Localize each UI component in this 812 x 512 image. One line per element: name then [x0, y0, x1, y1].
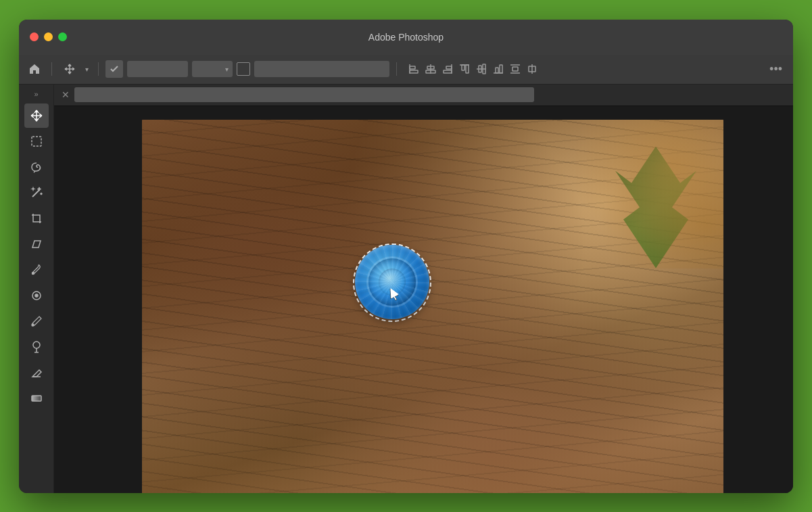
eyedropper-icon: [30, 263, 43, 277]
align-icons-group: [406, 62, 540, 76]
toolbar: ▾ ▾: [19, 55, 793, 85]
home-icon: [28, 63, 41, 75]
align-centers-vertical-button[interactable]: [423, 62, 438, 76]
marquee-tool[interactable]: [24, 129, 49, 154]
crop-tool[interactable]: [24, 206, 49, 231]
marquee-tool-icon: [30, 135, 43, 148]
separator-3: [396, 62, 397, 76]
move-tool-group: ▾: [59, 60, 91, 78]
dropdown-arrow-button[interactable]: ▾: [82, 60, 91, 78]
svg-rect-16: [496, 68, 498, 73]
svg-rect-17: [500, 65, 502, 73]
align-top-edges-icon: [458, 63, 471, 75]
align-bottom-edges-button[interactable]: [491, 62, 506, 76]
lasso-tool[interactable]: [24, 155, 49, 179]
photoshop-window: Adobe Photoshop ▾: [19, 20, 793, 493]
cap-outer: [355, 245, 429, 319]
svg-rect-23: [32, 137, 41, 146]
lasso-tool-icon: [30, 160, 43, 174]
clone-stamp-icon: [30, 340, 43, 354]
maximize-button[interactable]: [58, 32, 67, 41]
clone-stamp-tool[interactable]: [24, 335, 49, 359]
dropdown-1[interactable]: [127, 61, 188, 77]
content-area: ✕: [54, 85, 793, 493]
bottle-cap: [355, 245, 429, 319]
align-right-edges-icon: [441, 63, 454, 75]
align-centers-vertical-icon: [425, 63, 437, 75]
cursor-pointer: [389, 287, 400, 298]
home-button[interactable]: [24, 60, 45, 78]
magic-wand-icon: [30, 186, 43, 200]
svg-rect-11: [466, 65, 469, 73]
toolbar-wide-input[interactable]: [254, 61, 389, 77]
dropdown-2[interactable]: ▾: [192, 61, 233, 77]
align-centers-horizontal-icon: [475, 63, 487, 75]
svg-rect-1: [410, 66, 415, 69]
distribute-vertically-icon: [509, 63, 521, 75]
svg-point-30: [33, 342, 40, 348]
svg-line-25: [32, 190, 39, 197]
align-left-edges-icon: [408, 63, 420, 75]
window-title: Adobe Photoshop: [368, 32, 444, 43]
tab-label[interactable]: [74, 87, 534, 102]
left-toolbar: »: [19, 85, 54, 493]
title-bar: Adobe Photoshop: [19, 20, 793, 55]
svg-point-28: [35, 294, 38, 297]
move-icon: [64, 63, 76, 75]
align-left-edges-button[interactable]: [406, 62, 421, 76]
close-button[interactable]: [30, 32, 39, 41]
checkbox-square[interactable]: [237, 62, 250, 76]
spot-heal-tool[interactable]: [24, 283, 49, 308]
svg-point-29: [32, 324, 34, 326]
cursor-icon: [389, 287, 400, 301]
check-icon: [110, 64, 119, 74]
svg-rect-8: [444, 70, 452, 73]
crop-tool-icon: [30, 212, 43, 225]
minimize-button[interactable]: [44, 32, 53, 41]
perspective-crop-tool[interactable]: [24, 232, 49, 256]
more-options-button[interactable]: •••: [764, 62, 788, 76]
align-more-button[interactable]: [525, 62, 540, 76]
align-centers-horizontal-button[interactable]: [474, 62, 489, 76]
gradient-icon: [30, 392, 43, 405]
svg-point-26: [32, 272, 34, 274]
align-more-icon: [526, 63, 538, 75]
svg-rect-2: [410, 70, 418, 73]
cap-ridges: [355, 245, 429, 319]
tab-close-button[interactable]: ✕: [59, 89, 72, 101]
gradient-tool[interactable]: [24, 386, 49, 411]
check-button[interactable]: [105, 60, 123, 78]
canvas-area[interactable]: [54, 106, 793, 493]
svg-line-24: [34, 171, 35, 172]
eraser-icon: [30, 366, 43, 379]
align-top-edges-button[interactable]: [457, 62, 472, 76]
distribute-vertically-button[interactable]: [508, 62, 523, 76]
expand-icon: »: [34, 90, 38, 98]
perspective-crop-icon: [30, 237, 43, 251]
traffic-lights: [30, 32, 67, 41]
move-tool-button[interactable]: [59, 60, 80, 78]
ground-litter: [142, 417, 723, 493]
move-tool-icon: [30, 109, 43, 122]
separator: [51, 62, 52, 76]
svg-rect-10: [462, 65, 464, 70]
spot-heal-icon: [30, 289, 43, 302]
brush-tool[interactable]: [24, 309, 49, 333]
photo-background: [142, 120, 723, 493]
svg-rect-20: [512, 67, 518, 71]
separator-2: [98, 62, 99, 76]
dropdown-arrow-icon: ▾: [225, 66, 229, 73]
align-right-edges-button[interactable]: [440, 62, 455, 76]
move-tool[interactable]: [24, 103, 49, 128]
main-area: »: [19, 85, 793, 493]
dead-leaves: [554, 120, 723, 269]
magic-wand-tool[interactable]: [24, 181, 49, 205]
svg-rect-7: [446, 66, 452, 69]
brush-icon: [30, 315, 43, 328]
photo-canvas: [142, 120, 723, 493]
svg-rect-34: [32, 396, 41, 401]
eraser-tool[interactable]: [24, 360, 49, 385]
align-bottom-edges-icon: [492, 63, 504, 75]
eyedropper-tool[interactable]: [24, 258, 49, 282]
toolbar-expand-button[interactable]: »: [24, 87, 49, 101]
